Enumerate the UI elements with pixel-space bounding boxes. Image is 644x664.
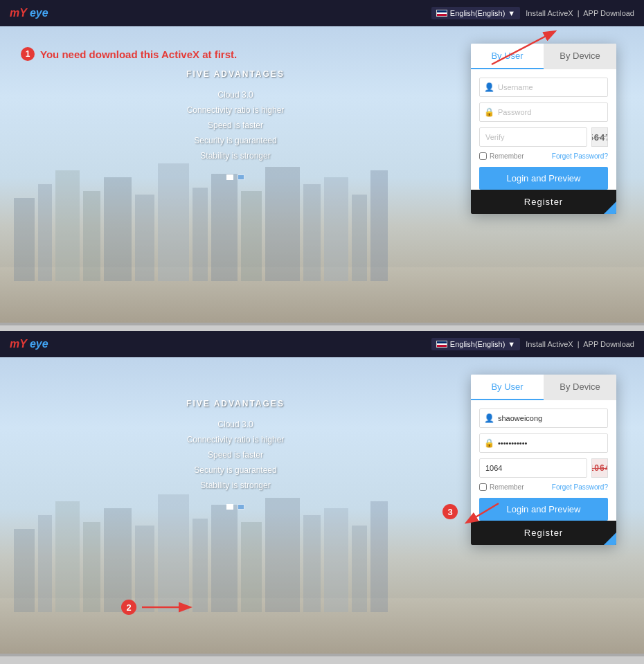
content-area-1: 1 You need download this ActiveX at firs… xyxy=(0,26,644,323)
advantage-2-1: Cloud 3.0 xyxy=(21,417,450,432)
user-icon-2: 👤 xyxy=(484,413,494,423)
remember-left-1: Remember xyxy=(479,152,524,160)
advantages-title-2: FIVE ADVANTAGES xyxy=(21,399,450,409)
remember-row-2: Remember Forget Password? xyxy=(479,483,608,491)
app-download-link-1[interactable]: APP Download xyxy=(583,9,634,17)
badge-number-2: 2 xyxy=(121,600,136,615)
captcha-input-2[interactable] xyxy=(479,458,587,478)
notice-text-1: 1 You need download this ActiveX at firs… xyxy=(21,47,450,61)
tab-by-device-1[interactable]: By Device xyxy=(544,44,616,69)
captcha-input-1[interactable] xyxy=(479,127,587,147)
notice-message-1: You need download this ActiveX at first. xyxy=(40,48,237,60)
content-area-2: FIVE ADVANTAGES Cloud 3.0 Connectivity r… xyxy=(0,357,644,654)
language-button-2[interactable]: English(English) ▼ xyxy=(431,338,520,350)
captcha-value-2: 1064 xyxy=(591,463,608,473)
remember-label-2: Remember xyxy=(490,483,524,491)
captcha-image-2[interactable]: 1064 xyxy=(591,458,608,478)
topbar-2: mY eye English(English) ▼ Install Active… xyxy=(0,331,644,357)
notice-badge-1: 1 xyxy=(21,47,35,61)
chevron-down-icon-1: ▼ xyxy=(508,9,515,17)
language-label-2: English(English) xyxy=(450,340,505,348)
logo-eye-text-2: eye xyxy=(30,338,48,350)
advantage-2-4: Security is guaranteed xyxy=(21,463,450,478)
dot-2-inactive[interactable] xyxy=(238,504,244,510)
remember-checkbox-1[interactable] xyxy=(479,152,487,160)
remember-label-1: Remember xyxy=(490,152,524,160)
lock-icon-1: 🔒 xyxy=(484,107,494,117)
language-button-1[interactable]: English(English) ▼ xyxy=(431,7,520,19)
advantage-1-1: Cloud 3.0 xyxy=(21,87,450,102)
badge-number-3: 3 xyxy=(442,504,458,519)
annotation-3: 3 xyxy=(442,498,502,526)
dot-2-active[interactable] xyxy=(226,504,233,510)
logo-my: mY xyxy=(10,7,27,19)
remember-row-1: Remember Forget Password? xyxy=(479,152,608,160)
password-input-2[interactable] xyxy=(479,433,608,453)
logo-2: mY eye xyxy=(10,338,48,350)
login-tabs-2: By User By Device xyxy=(471,375,616,400)
advantage-1-4: Security is guaranteed xyxy=(21,133,450,148)
svg-line-35 xyxy=(467,503,499,522)
password-group-1: 🔒 xyxy=(479,102,608,122)
remember-left-2: Remember xyxy=(479,483,524,491)
captcha-image-1[interactable]: 5647 xyxy=(591,127,608,147)
advantages-list-1: Cloud 3.0 Connectivity ratio is higher S… xyxy=(21,87,450,163)
username-group-2: 👤 xyxy=(479,409,608,428)
captcha-row-1: 5647 xyxy=(479,127,608,147)
remember-checkbox-2[interactable] xyxy=(479,483,487,491)
tab-by-user-1[interactable]: By User xyxy=(471,44,544,69)
username-group-1: 👤 xyxy=(479,78,608,97)
advantages-list-2: Cloud 3.0 Connectivity ratio is higher S… xyxy=(21,417,450,493)
left-content-1: 1 You need download this ActiveX at firs… xyxy=(0,40,471,187)
topbar-right-1: English(English) ▼ Install ActiveX | APP… xyxy=(431,7,634,19)
tab-by-user-2[interactable]: By User xyxy=(471,375,544,400)
tab-by-device-2[interactable]: By Device xyxy=(544,375,616,400)
dots-nav-1 xyxy=(21,174,450,180)
login-button-1[interactable]: Login and Preview xyxy=(479,167,608,190)
panel-1: mY eye English(English) ▼ Install Active… xyxy=(0,0,644,325)
password-input-1[interactable] xyxy=(479,102,608,122)
panel-2: mY eye English(English) ▼ Install Active… xyxy=(0,331,644,656)
login-panel-1: By User By Device 👤 🔒 5647 xyxy=(471,44,616,214)
topbar-links-1: Install ActiveX | APP Download xyxy=(526,9,634,17)
advantage-2-5: Stability is stronger xyxy=(21,478,450,493)
flag-icon-1 xyxy=(436,10,447,17)
advantage-1-2: Connectivity ratio is higher xyxy=(21,102,450,118)
language-label-1: English(English) xyxy=(450,9,505,17)
advantage-1-5: Stability is stronger xyxy=(21,148,450,163)
dot-1-active[interactable] xyxy=(226,174,233,180)
register-bar-1[interactable]: Register xyxy=(471,190,616,214)
logo-eye-text: eye xyxy=(30,7,48,19)
lock-icon-2: 🔒 xyxy=(484,438,494,448)
dot-1-inactive[interactable] xyxy=(238,174,244,180)
captcha-row-2: 1064 xyxy=(479,458,608,478)
chevron-down-icon-2: ▼ xyxy=(508,340,515,348)
annotation-2: 2 xyxy=(121,600,196,615)
topbar-right-2: English(English) ▼ Install ActiveX | APP… xyxy=(431,338,634,350)
password-group-2: 🔒 xyxy=(479,433,608,453)
install-activex-link-2[interactable]: Install ActiveX xyxy=(526,340,573,348)
dots-nav-2 xyxy=(21,504,450,510)
left-content-2: FIVE ADVANTAGES Cloud 3.0 Connectivity r… xyxy=(0,371,471,517)
flag-icon-2 xyxy=(436,341,447,348)
install-activex-link-1[interactable]: Install ActiveX xyxy=(526,9,573,17)
topbar-1: mY eye English(English) ▼ Install Active… xyxy=(0,0,644,26)
login-form-1: 👤 🔒 5647 Remember xyxy=(471,69,616,190)
arrow-2-svg xyxy=(141,600,196,614)
forgot-password-link-1[interactable]: Forget Password? xyxy=(552,152,608,160)
logo-my-2: mY xyxy=(10,338,27,350)
logo-1: mY eye xyxy=(10,7,48,19)
login-tabs-1: By User By Device xyxy=(471,44,616,69)
advantages-title-1: FIVE ADVANTAGES xyxy=(21,69,450,79)
user-icon-1: 👤 xyxy=(484,82,494,92)
advantage-1-3: Speed is faster xyxy=(21,118,450,133)
username-input-2[interactable] xyxy=(479,409,608,428)
app-download-link-2[interactable]: APP Download xyxy=(583,340,634,348)
forgot-password-link-2[interactable]: Forget Password? xyxy=(552,483,608,491)
arrow-3-svg xyxy=(460,498,502,526)
username-input-1[interactable] xyxy=(479,78,608,97)
advantage-2-3: Speed is faster xyxy=(21,447,450,463)
topbar-links-2: Install ActiveX | APP Download xyxy=(526,340,634,348)
advantage-2-2: Connectivity ratio is higher xyxy=(21,432,450,447)
